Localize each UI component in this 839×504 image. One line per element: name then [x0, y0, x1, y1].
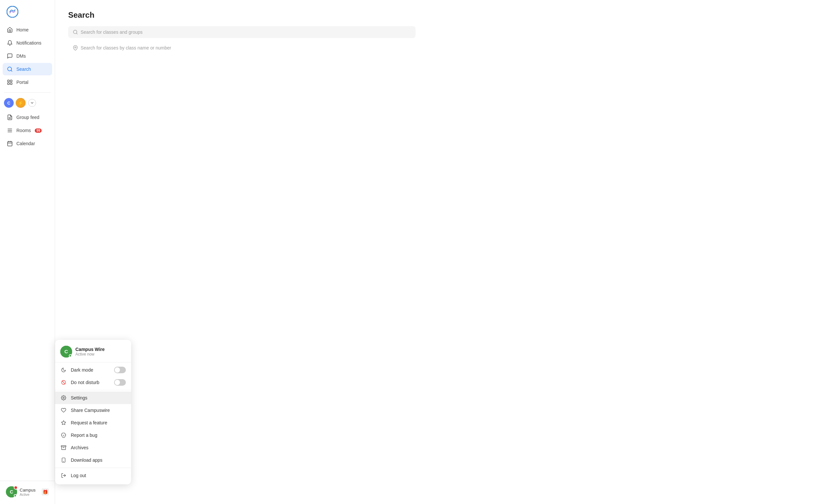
dropdown-item-download-apps-label: Download apps — [71, 457, 103, 463]
dropdown-item-download-apps[interactable]: Download apps — [55, 454, 131, 466]
dropdown-item-archives[interactable]: Archives — [55, 442, 131, 454]
sidebar-item-portal[interactable]: Portal — [3, 76, 52, 89]
bell-icon — [6, 40, 13, 46]
dropdown-item-log-out[interactable]: Log out — [55, 469, 131, 482]
svg-text:C: C — [10, 489, 13, 494]
expand-groups-button[interactable] — [28, 99, 36, 107]
svg-rect-6 — [11, 83, 12, 85]
do-not-disturb-icon — [60, 379, 67, 386]
log-out-icon — [60, 472, 67, 479]
calendar-icon — [6, 140, 13, 147]
search-bar[interactable] — [68, 26, 415, 38]
sidebar-item-home[interactable]: Home — [3, 23, 52, 36]
dropdown-item-dark-mode-label: Dark mode — [71, 367, 93, 373]
dropdown-item-report-bug[interactable]: Report a bug — [55, 429, 131, 442]
dropdown-item-share[interactable]: Share Campuswire — [55, 404, 131, 416]
dropdown-item-do-not-disturb[interactable]: Do not disturb — [55, 376, 131, 389]
logo-area — [0, 0, 55, 22]
download-icon — [60, 457, 67, 463]
user-status-dot — [14, 494, 17, 497]
dark-mode-toggle[interactable] — [114, 367, 126, 373]
sidebar-item-dms-label: DMs — [16, 53, 26, 59]
dropdown-item-log-out-label: Log out — [71, 473, 86, 478]
dropdown-divider-2 — [55, 390, 131, 390]
dropdown-divider-3 — [55, 468, 131, 468]
message-icon — [6, 53, 13, 59]
dropdown-user-name: Campus Wire — [75, 347, 126, 352]
dropdown-item-dark-mode[interactable]: Dark mode — [55, 364, 131, 376]
user-avatar-wrap: C — [6, 486, 17, 498]
user-name: Campus — [20, 488, 39, 492]
svg-point-24 — [75, 47, 76, 48]
dropdown-item-report-bug-label: Report a bug — [71, 433, 97, 438]
dropdown-menu: C Campus Wire Active now Dark mode Do no… — [55, 340, 131, 484]
portal-icon — [6, 79, 13, 86]
user-profile-item[interactable]: C Campus Active 🎁 — [3, 484, 52, 500]
sidebar-item-rooms-label: Rooms — [16, 128, 31, 133]
sidebar-item-notifications-label: Notifications — [16, 40, 41, 46]
sidebar-item-group-feed-label: Group feed — [16, 115, 39, 120]
group-section-nav: Group feed Rooms 99 C — [0, 110, 55, 150]
search-input[interactable] — [81, 30, 411, 35]
star-icon — [60, 419, 67, 426]
sidebar-item-group-feed[interactable]: Group feed — [3, 111, 52, 124]
svg-point-29 — [63, 397, 64, 398]
rooms-icon — [6, 127, 13, 134]
class-search-input[interactable] — [81, 45, 411, 51]
svg-rect-4 — [11, 80, 12, 82]
sidebar-item-portal-label: Portal — [16, 79, 29, 85]
sidebar-divider-1 — [4, 92, 51, 93]
dropdown-header: C Campus Wire Active now — [55, 342, 131, 361]
sidebar-bottom: C Campus Active 🎁 — [0, 481, 55, 504]
sidebar-item-notifications[interactable]: Notifications — [3, 37, 52, 49]
class-search-bar[interactable] — [68, 42, 415, 54]
dropdown-item-settings[interactable]: Settings — [55, 392, 131, 404]
search-icon — [6, 66, 13, 72]
sidebar-item-calendar-label: Calendar — [16, 141, 35, 146]
location-icon — [73, 45, 78, 51]
dropdown-item-request-feature[interactable]: Request a feature — [55, 416, 131, 429]
dropdown-user-status: Active now — [75, 352, 126, 357]
sidebar-item-calendar[interactable]: Calendar — [3, 137, 52, 150]
group-avatar-2[interactable]: ⚡ — [16, 98, 25, 108]
share-icon — [60, 407, 67, 414]
svg-line-28 — [62, 381, 65, 384]
dropdown-user-info: Campus Wire Active now — [75, 347, 126, 357]
user-info: Campus Active — [20, 488, 39, 497]
top-nav: Home Notifications DMs — [0, 22, 55, 90]
user-status: Active — [20, 492, 39, 497]
archive-icon — [60, 444, 67, 451]
main-content: Search — [55, 0, 839, 504]
dropdown-item-do-not-disturb-label: Do not disturb — [71, 380, 99, 385]
dropdown-item-settings-label: Settings — [71, 395, 88, 400]
dark-mode-icon — [60, 367, 67, 373]
settings-icon — [60, 395, 67, 401]
svg-rect-3 — [7, 80, 9, 82]
user-notification-badge — [14, 486, 18, 490]
sidebar-item-search-label: Search — [16, 67, 31, 72]
svg-rect-32 — [61, 446, 66, 447]
sidebar-item-rooms[interactable]: Rooms 99 — [3, 124, 52, 137]
search-bar-icon — [73, 30, 78, 35]
dropdown-divider-1 — [55, 362, 131, 362]
do-not-disturb-toggle[interactable] — [114, 379, 126, 386]
page-title: Search — [68, 11, 826, 20]
group-feed-icon — [6, 114, 13, 121]
gift-button[interactable]: 🎁 — [42, 488, 49, 496]
svg-rect-5 — [7, 83, 9, 85]
svg-text:C: C — [7, 101, 11, 106]
rooms-badge: 99 — [35, 128, 42, 133]
svg-line-23 — [76, 33, 77, 34]
sidebar-item-dms[interactable]: DMs — [3, 50, 52, 62]
home-icon — [6, 26, 13, 33]
svg-line-2 — [11, 70, 12, 71]
svg-text:C: C — [65, 349, 68, 354]
group-avatar-1[interactable]: C — [4, 98, 14, 108]
dropdown-avatar: C — [60, 346, 72, 358]
svg-marker-30 — [61, 420, 66, 425]
dropdown-item-share-label: Share Campuswire — [71, 408, 110, 413]
svg-text:⚡: ⚡ — [18, 100, 23, 106]
sidebar: Home Notifications DMs — [0, 0, 55, 504]
sidebar-item-home-label: Home — [16, 27, 29, 33]
sidebar-item-search[interactable]: Search — [3, 63, 52, 75]
